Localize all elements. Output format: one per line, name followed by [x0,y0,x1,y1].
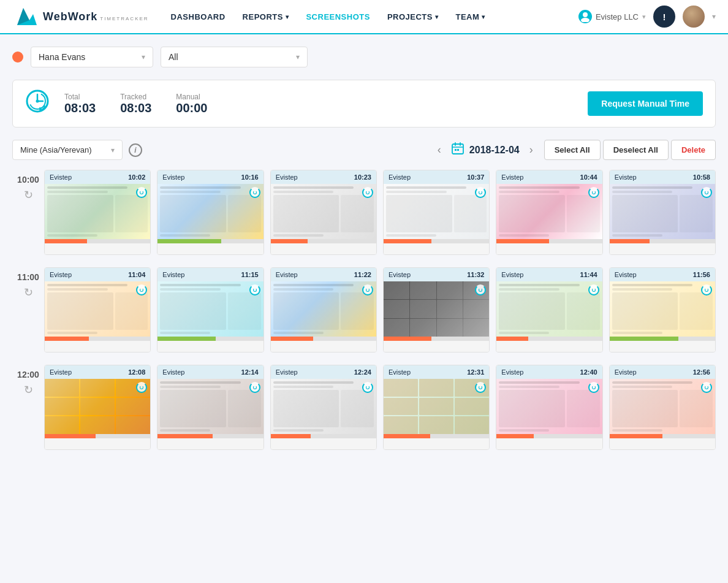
screenshot-header: Evistep 12:56 [610,365,715,379]
screenshot-footer [45,341,150,352]
reload-icon[interactable]: ↻ [24,286,33,299]
nav-dashboard[interactable]: DASHBOARD [164,0,233,34]
progress-bar-fill [610,434,662,438]
user-avatar[interactable] [683,6,705,28]
screenshot-project: Evistep [389,271,411,278]
screenshot-card[interactable]: Evistep 11:04 [44,267,151,352]
svg-rect-14 [457,149,459,151]
loading-icon [588,284,599,295]
nav-projects[interactable]: PROJECTS ▾ [380,0,446,34]
screenshot-card[interactable]: Evistep 12:56 [609,365,716,450]
avatar-chevron-icon[interactable]: ▾ [712,12,716,21]
deselect-all-button[interactable]: Deselect All [603,140,669,160]
project-filter[interactable]: All ▾ [161,47,308,67]
progress-bar-bg [384,239,489,243]
screenshot-card[interactable]: Evistep 12:14 [157,365,264,450]
next-date-button[interactable]: › [525,141,538,159]
screenshot-thumbnail [157,379,263,434]
screenshot-thumbnail [45,281,150,337]
notifications-button[interactable]: ! [653,6,675,28]
app-subtitle: TIMETRACKER [100,16,148,21]
screenshot-project: Evistep [389,173,411,181]
loading-icon [362,187,373,198]
time-label-text: 11:00 [17,272,39,282]
manual-label: Manual [176,93,207,101]
request-manual-time-button[interactable]: Request Manual Time [588,91,703,116]
screenshot-time: 12:31 [467,368,484,376]
loading-icon [249,187,260,198]
progress-bar-fill [45,239,87,243]
select-all-button[interactable]: Select All [544,140,601,160]
screenshot-card[interactable]: Evistep 10:16 [157,170,264,255]
total-stat: Total 08:03 [64,93,96,115]
app-name: WebWork [43,10,97,23]
time-label-11:00: 11:00 ↻ [12,267,44,299]
progress-bar-fill [271,337,313,341]
screenshot-footer [157,243,263,254]
manual-stat: Manual 00:00 [176,93,207,115]
tracked-stat: Tracked 08:03 [120,93,151,115]
screenshot-project: Evistep [50,368,72,376]
screenshot-header: Evistep 12:14 [157,365,263,379]
time-label-text: 12:00 [17,370,39,379]
screenshot-header: Evistep 11:56 [610,268,715,281]
user-filter[interactable]: Hana Evans ▾ [31,47,153,67]
progress-bar-fill [157,337,216,341]
delete-button[interactable]: Delete [671,140,716,160]
screenshot-footer [610,438,715,449]
screenshot-thumbnail [496,379,602,434]
logo-icon [12,3,39,30]
progress-bar-bg [496,434,602,438]
progress-bar-bg [610,434,715,438]
nav-reports[interactable]: REPORTS ▾ [235,0,297,34]
screenshot-project: Evistep [276,368,298,376]
reload-icon[interactable]: ↻ [24,383,33,397]
screenshot-card[interactable]: Evistep 12:24 [270,365,377,450]
screenshot-time: 10:23 [354,173,371,181]
screenshot-footer [384,438,489,449]
screenshot-time: 12:40 [580,368,597,376]
screenshot-header: Evistep 11:22 [271,268,376,281]
loading-icon [249,284,260,295]
progress-bar-bg [157,434,263,438]
nav-team[interactable]: TEAM ▾ [448,0,492,34]
screenshot-project: Evistep [162,368,184,376]
reload-icon[interactable]: ↻ [24,188,33,202]
screenshot-card[interactable]: Evistep 11:32 [383,267,490,352]
screenshot-project: Evistep [276,271,298,278]
screenshot-card[interactable]: Evistep 10:58 [609,170,716,255]
screenshot-card[interactable]: Evistep 10:44 [496,170,602,255]
screenshot-card[interactable]: Evistep 11:22 [270,267,377,352]
screenshot-project: Evistep [50,173,72,181]
timezone-selector[interactable]: Mine (Asia/Yerevan) ▾ [12,140,123,160]
screenshot-footer [45,438,150,449]
screenshot-thumbnail [610,184,715,239]
project-filter-chevron-icon: ▾ [296,53,300,61]
screenshot-card[interactable]: Evistep 10:23 [270,170,377,255]
screenshot-time: 10:37 [467,173,484,181]
screenshot-time: 10:44 [580,173,597,181]
screenshot-time: 12:24 [354,368,371,376]
screenshot-card[interactable]: Evistep 12:08 [44,365,151,450]
screenshot-card[interactable]: Evistep 10:02 [44,170,151,255]
progress-bar-fill [496,239,549,243]
screenshot-card[interactable]: Evistep 11:56 [609,267,716,352]
tracked-value: 08:03 [120,101,151,115]
screenshot-card[interactable]: Evistep 12:40 [496,365,602,450]
screenshot-card[interactable]: Evistep 11:44 [496,267,602,352]
screenshot-card[interactable]: Evistep 10:37 [383,170,490,255]
screenshot-header: Evistep 11:15 [157,268,263,281]
screenshot-card[interactable]: Evistep 12:31 [383,365,490,450]
screenshot-header: Evistep 10:23 [271,170,376,184]
prev-date-button[interactable]: ‹ [433,141,446,159]
app-logo[interactable]: WebWork TIMETRACKER [12,3,149,30]
info-button[interactable]: i [129,143,142,157]
screenshot-project: Evistep [615,271,637,278]
nav-screenshots[interactable]: SCREENSHOTS [298,0,377,34]
org-selector[interactable]: Evistep LLC ▾ [578,10,646,23]
screenshot-thumbnail [271,184,376,239]
screenshot-card[interactable]: Evistep 11:15 [157,267,264,352]
hour-group-12:00: 12:00 ↻ Evistep 12:08 Evistep [12,365,716,450]
screenshot-project: Evistep [615,173,637,181]
total-label: Total [64,93,96,101]
